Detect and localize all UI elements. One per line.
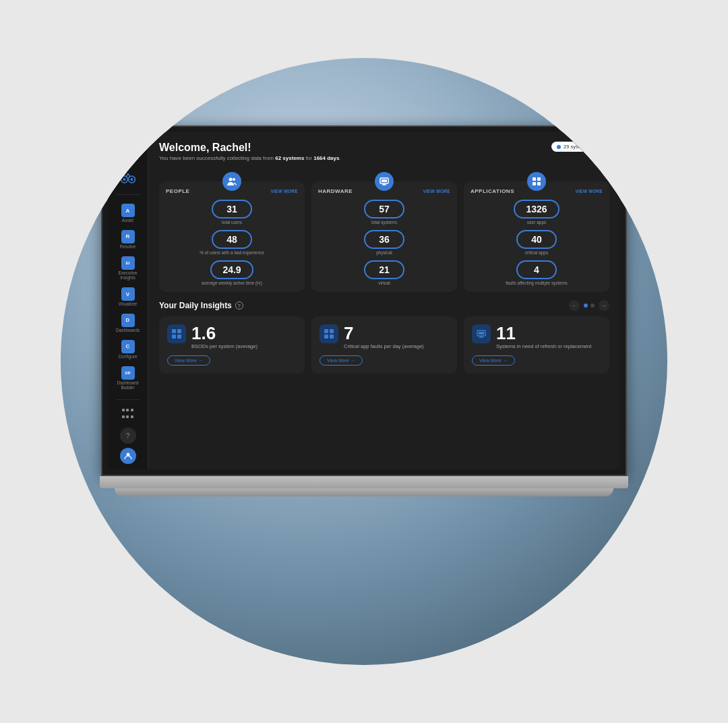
applications-stat-card: APPLICATIONS VIEW MORE 1326 user apps 40: [464, 181, 609, 292]
refresh-content: 11 Systems in need of refresh or replace…: [496, 324, 591, 350]
applications-view-more[interactable]: VIEW MORE: [575, 189, 603, 194]
people-card-icon: [222, 172, 241, 191]
people-stat-card: PEOPLE VIEW MORE 31 total users 48: [159, 181, 305, 292]
help-icon[interactable]: ?: [120, 428, 136, 444]
main-content: Welcome, Rachel! You have been successfu…: [148, 132, 620, 469]
circle-container: A Assist R Resolve EI ExecutiveInsights: [61, 58, 667, 665]
sidebar-item-visualizer[interactable]: V Visualizer: [112, 285, 144, 310]
svg-rect-18: [330, 329, 334, 333]
dashboard-builder-icon: DB: [121, 366, 135, 380]
total-systems-value: 57: [364, 200, 404, 219]
header-subtitle: You have been successfully collecting da…: [159, 155, 341, 161]
nav-next-button[interactable]: →: [599, 300, 609, 311]
svg-rect-9: [533, 177, 536, 181]
sidebar-divider-2: [116, 399, 140, 400]
resolve-icon: R: [121, 230, 135, 243]
sidebar-item-dashboard-builder[interactable]: DB DashboardBuilder: [112, 364, 144, 394]
applications-card-title: APPLICATIONS: [471, 188, 514, 194]
stats-grid: PEOPLE VIEW MORE 31 total users 48: [159, 181, 609, 292]
svg-rect-12: [537, 182, 541, 185]
systems-count: 62 systems: [275, 155, 304, 161]
hardware-stats: 57 total systems 36 physical 21 virtual: [318, 200, 450, 285]
sidebar-item-grid[interactable]: [112, 406, 144, 424]
user-avatar[interactable]: [120, 448, 136, 464]
laptop-screen-outer: A Assist R Resolve EI ExecutiveInsights: [101, 125, 627, 476]
svg-rect-11: [533, 182, 536, 185]
systems-online-badge: 29 systems online: [551, 142, 609, 152]
configure-label: Configure: [118, 354, 137, 359]
insights-title-group: Your Daily Insights ?: [159, 301, 243, 310]
bsod-view-more-button[interactable]: View More →: [167, 355, 210, 366]
sidebar: A Assist R Resolve EI ExecutiveInsights: [108, 132, 148, 469]
refresh-view-more-button[interactable]: View More →: [472, 355, 515, 366]
sidebar-overview-icon[interactable]: [119, 170, 138, 185]
bad-experience-value: 48: [212, 230, 252, 249]
configure-icon: C: [121, 340, 135, 353]
nav-dot-2[interactable]: [590, 303, 595, 308]
laptop-screen: A Assist R Resolve EI ExecutiveInsights: [108, 132, 620, 469]
user-apps: 1326 user apps: [471, 200, 603, 225]
subtitle-post: .: [339, 155, 340, 161]
welcome-title: Welcome, Rachel!: [159, 142, 341, 154]
refresh-value: 11: [496, 324, 591, 342]
visualizer-icon: V: [121, 287, 135, 301]
laptop-bottom: [115, 488, 613, 496]
dashboards-icon: D: [121, 314, 135, 327]
header-text: Welcome, Rachel! You have been successfu…: [159, 142, 341, 161]
sidebar-item-resolve[interactable]: R Resolve: [112, 227, 144, 252]
bsod-content: 1.6 BSODs per system (average): [191, 324, 257, 350]
svg-rect-19: [324, 335, 328, 339]
bsod-description: BSODs per system (average): [191, 343, 257, 350]
hardware-physical: 36 physical: [318, 230, 450, 255]
sidebar-item-assist[interactable]: A Assist: [112, 201, 144, 226]
hardware-stat-card: HARDWARE VIEW MORE 57 total systems 36: [311, 181, 457, 292]
assist-icon: A: [121, 204, 135, 217]
bsod-view-more-label: View More →: [175, 358, 203, 363]
critical-apps-value: 40: [516, 230, 557, 249]
applications-card-icon: [527, 172, 546, 191]
dashboard-builder-label: DashboardBuilder: [117, 380, 139, 391]
svg-point-5: [229, 178, 233, 181]
laptop-wrapper: A Assist R Resolve EI ExecutiveInsights: [101, 125, 627, 496]
refresh-description: Systems in need of refresh or replacemen…: [496, 343, 591, 350]
people-card-title: PEOPLE: [166, 188, 189, 194]
insights-title-text: Your Daily Insights: [159, 301, 232, 310]
sidebar-divider-1: [116, 194, 140, 195]
nav-dot-1[interactable]: [584, 303, 588, 308]
people-total-users: 31 total users: [166, 200, 298, 225]
insights-header: Your Daily Insights ? ← →: [159, 300, 609, 311]
sidebar-item-dashboards[interactable]: D Dashboards: [112, 311, 144, 336]
insights-grid: 1.6 BSODs per system (average) View More…: [159, 316, 609, 374]
people-view-more[interactable]: VIEW MORE: [270, 189, 298, 194]
executive-insights-icon: EI: [121, 256, 135, 270]
insights-info-icon[interactable]: ?: [235, 301, 243, 310]
critical-apps-label: critical apps: [525, 250, 548, 255]
executive-insights-label: ExecutiveInsights: [118, 270, 137, 281]
user-apps-value: 1326: [514, 200, 559, 219]
svg-rect-14: [177, 329, 181, 333]
hardware-view-more[interactable]: VIEW MORE: [423, 189, 450, 194]
sidebar-item-executive-insights[interactable]: EI ExecutiveInsights: [112, 254, 144, 284]
hardware-total-systems: 57 total systems: [318, 200, 450, 225]
critical-faults-card-top: 7 Critical app faults per day (average): [320, 324, 449, 350]
people-active-time: 24.9 average weekly active time (hr): [166, 260, 298, 285]
sidebar-item-configure[interactable]: C Configure: [112, 337, 144, 362]
bsod-value: 1.6: [191, 324, 257, 342]
people-bad-experience: 48 % of users with a bad experience: [166, 230, 298, 255]
user-apps-label: user apps: [527, 220, 547, 225]
subtitle-mid: for: [304, 155, 313, 161]
hardware-card-title: HARDWARE: [318, 188, 353, 194]
svg-rect-17: [324, 329, 328, 333]
sidebar-bottom: ?: [120, 428, 136, 464]
critical-faults-view-more-button[interactable]: View More →: [320, 355, 363, 366]
insights-section: Your Daily Insights ? ← →: [159, 300, 609, 374]
active-time-label: average weekly active time (hr): [202, 281, 262, 285]
faults-value: 4: [516, 260, 557, 279]
svg-rect-10: [537, 177, 541, 181]
nav-prev-button[interactable]: ←: [569, 300, 580, 311]
sidebar-nav-group: A Assist R Resolve EI ExecutiveInsights: [108, 201, 148, 393]
laptop-base: [100, 476, 628, 488]
svg-rect-8: [382, 179, 387, 182]
svg-rect-15: [172, 335, 176, 339]
app-logo: [117, 138, 139, 156]
